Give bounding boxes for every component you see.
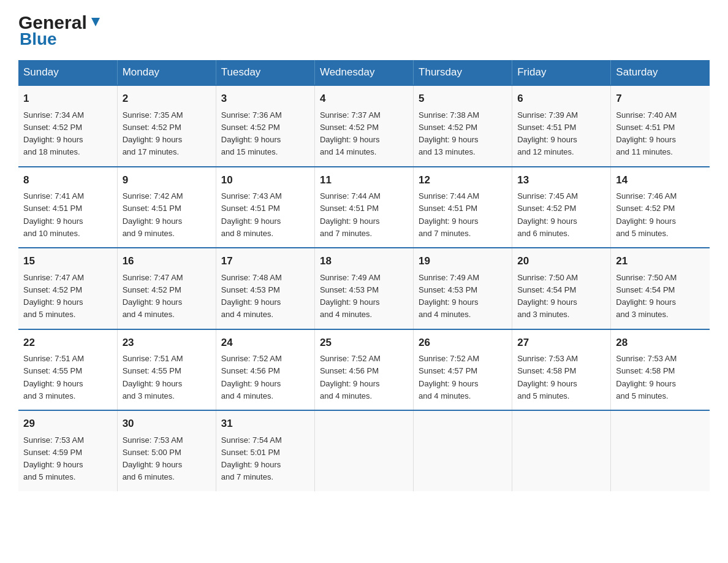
day-number: 1 xyxy=(23,91,112,107)
calendar-header: SundayMondayTuesdayWednesdayThursdayFrid… xyxy=(18,60,710,85)
week-row-3: 15 Sunrise: 7:47 AM Sunset: 4:52 PM Dayl… xyxy=(18,248,710,329)
day-number: 21 xyxy=(616,253,705,269)
day-number: 18 xyxy=(320,253,408,269)
day-info: Sunrise: 7:45 AM Sunset: 4:52 PM Dayligh… xyxy=(517,191,578,238)
day-number: 25 xyxy=(320,335,408,351)
day-number: 10 xyxy=(221,172,309,188)
day-number: 6 xyxy=(517,91,605,107)
day-number: 20 xyxy=(517,253,605,269)
calendar-cell: 18 Sunrise: 7:49 AM Sunset: 4:53 PM Dayl… xyxy=(314,248,413,329)
day-number: 31 xyxy=(221,416,309,432)
day-info: Sunrise: 7:53 AM Sunset: 4:59 PM Dayligh… xyxy=(23,435,84,482)
calendar-cell xyxy=(314,410,413,491)
day-number: 12 xyxy=(419,172,507,188)
day-info: Sunrise: 7:53 AM Sunset: 4:58 PM Dayligh… xyxy=(517,354,578,400)
calendar-cell xyxy=(512,410,611,491)
day-info: Sunrise: 7:38 AM Sunset: 4:52 PM Dayligh… xyxy=(419,110,479,157)
calendar-cell: 13 Sunrise: 7:45 AM Sunset: 4:52 PM Dayl… xyxy=(512,167,611,248)
day-info: Sunrise: 7:53 AM Sunset: 4:58 PM Dayligh… xyxy=(616,354,677,400)
calendar-cell: 26 Sunrise: 7:52 AM Sunset: 4:57 PM Dayl… xyxy=(414,329,512,411)
day-info: Sunrise: 7:36 AM Sunset: 4:52 PM Dayligh… xyxy=(221,110,282,157)
day-number: 23 xyxy=(123,335,211,351)
calendar-cell: 11 Sunrise: 7:44 AM Sunset: 4:51 PM Dayl… xyxy=(314,167,413,248)
day-number: 13 xyxy=(517,172,605,188)
day-info: Sunrise: 7:44 AM Sunset: 4:51 PM Dayligh… xyxy=(320,191,381,238)
header-thursday: Thursday xyxy=(414,60,512,85)
week-row-1: 1 Sunrise: 7:34 AM Sunset: 4:52 PM Dayli… xyxy=(18,85,710,167)
day-info: Sunrise: 7:51 AM Sunset: 4:55 PM Dayligh… xyxy=(23,354,84,400)
logo: General Blue xyxy=(18,12,104,49)
calendar-cell: 2 Sunrise: 7:35 AM Sunset: 4:52 PM Dayli… xyxy=(117,85,216,167)
calendar-body: 1 Sunrise: 7:34 AM Sunset: 4:52 PM Dayli… xyxy=(18,85,710,491)
day-info: Sunrise: 7:40 AM Sunset: 4:51 PM Dayligh… xyxy=(616,110,677,157)
day-number: 30 xyxy=(123,416,211,432)
day-info: Sunrise: 7:51 AM Sunset: 4:55 PM Dayligh… xyxy=(123,354,183,400)
calendar-cell: 23 Sunrise: 7:51 AM Sunset: 4:55 PM Dayl… xyxy=(117,329,216,411)
day-info: Sunrise: 7:42 AM Sunset: 4:51 PM Dayligh… xyxy=(123,191,183,238)
week-row-4: 22 Sunrise: 7:51 AM Sunset: 4:55 PM Dayl… xyxy=(18,329,710,411)
calendar-cell: 30 Sunrise: 7:53 AM Sunset: 5:00 PM Dayl… xyxy=(117,410,216,491)
calendar-cell: 31 Sunrise: 7:54 AM Sunset: 5:01 PM Dayl… xyxy=(216,410,314,491)
calendar-cell: 8 Sunrise: 7:41 AM Sunset: 4:51 PM Dayli… xyxy=(18,167,117,248)
day-info: Sunrise: 7:50 AM Sunset: 4:54 PM Dayligh… xyxy=(517,273,578,320)
day-info: Sunrise: 7:37 AM Sunset: 4:52 PM Dayligh… xyxy=(320,110,381,157)
day-info: Sunrise: 7:35 AM Sunset: 4:52 PM Dayligh… xyxy=(123,110,183,157)
day-info: Sunrise: 7:48 AM Sunset: 4:53 PM Dayligh… xyxy=(221,273,282,320)
header-friday: Friday xyxy=(512,60,611,85)
day-number: 22 xyxy=(23,335,112,351)
calendar-cell: 7 Sunrise: 7:40 AM Sunset: 4:51 PM Dayli… xyxy=(611,85,710,167)
calendar-cell xyxy=(414,410,512,491)
day-number: 17 xyxy=(221,253,309,269)
day-info: Sunrise: 7:34 AM Sunset: 4:52 PM Dayligh… xyxy=(23,110,84,157)
calendar-cell: 14 Sunrise: 7:46 AM Sunset: 4:52 PM Dayl… xyxy=(611,167,710,248)
day-info: Sunrise: 7:49 AM Sunset: 4:53 PM Dayligh… xyxy=(419,273,479,320)
header-tuesday: Tuesday xyxy=(216,60,314,85)
calendar-cell: 5 Sunrise: 7:38 AM Sunset: 4:52 PM Dayli… xyxy=(414,85,512,167)
calendar-cell: 1 Sunrise: 7:34 AM Sunset: 4:52 PM Dayli… xyxy=(18,85,117,167)
day-number: 26 xyxy=(419,335,507,351)
calendar-cell: 28 Sunrise: 7:53 AM Sunset: 4:58 PM Dayl… xyxy=(611,329,710,411)
day-number: 7 xyxy=(616,91,705,107)
header-sunday: Sunday xyxy=(18,60,117,85)
day-info: Sunrise: 7:47 AM Sunset: 4:52 PM Dayligh… xyxy=(123,273,183,320)
calendar-cell: 21 Sunrise: 7:50 AM Sunset: 4:54 PM Dayl… xyxy=(611,248,710,329)
calendar-cell: 22 Sunrise: 7:51 AM Sunset: 4:55 PM Dayl… xyxy=(18,329,117,411)
day-number: 29 xyxy=(23,416,112,432)
day-number: 5 xyxy=(419,91,507,107)
calendar-cell: 24 Sunrise: 7:52 AM Sunset: 4:56 PM Dayl… xyxy=(216,329,314,411)
day-number: 28 xyxy=(616,335,705,351)
calendar-table: SundayMondayTuesdayWednesdayThursdayFrid… xyxy=(18,60,710,491)
header-wednesday: Wednesday xyxy=(314,60,413,85)
calendar-cell xyxy=(611,410,710,491)
calendar-cell: 3 Sunrise: 7:36 AM Sunset: 4:52 PM Dayli… xyxy=(216,85,314,167)
calendar-cell: 17 Sunrise: 7:48 AM Sunset: 4:53 PM Dayl… xyxy=(216,248,314,329)
header-row: SundayMondayTuesdayWednesdayThursdayFrid… xyxy=(18,60,710,85)
calendar-cell: 29 Sunrise: 7:53 AM Sunset: 4:59 PM Dayl… xyxy=(18,410,117,491)
day-number: 3 xyxy=(221,91,309,107)
day-info: Sunrise: 7:50 AM Sunset: 4:54 PM Dayligh… xyxy=(616,273,677,320)
day-number: 8 xyxy=(23,172,112,188)
day-number: 24 xyxy=(221,335,309,351)
day-number: 11 xyxy=(320,172,408,188)
calendar-cell: 25 Sunrise: 7:52 AM Sunset: 4:56 PM Dayl… xyxy=(314,329,413,411)
day-info: Sunrise: 7:46 AM Sunset: 4:52 PM Dayligh… xyxy=(616,191,677,238)
day-info: Sunrise: 7:53 AM Sunset: 5:00 PM Dayligh… xyxy=(123,435,183,482)
logo-triangle-icon xyxy=(89,12,102,33)
day-info: Sunrise: 7:52 AM Sunset: 4:56 PM Dayligh… xyxy=(221,354,282,400)
day-number: 15 xyxy=(23,253,112,269)
calendar-cell: 20 Sunrise: 7:50 AM Sunset: 4:54 PM Dayl… xyxy=(512,248,611,329)
day-info: Sunrise: 7:41 AM Sunset: 4:51 PM Dayligh… xyxy=(23,191,84,238)
calendar-cell: 6 Sunrise: 7:39 AM Sunset: 4:51 PM Dayli… xyxy=(512,85,611,167)
day-number: 14 xyxy=(616,172,705,188)
day-number: 9 xyxy=(123,172,211,188)
day-number: 19 xyxy=(419,253,507,269)
calendar-cell: 12 Sunrise: 7:44 AM Sunset: 4:51 PM Dayl… xyxy=(414,167,512,248)
calendar-cell: 4 Sunrise: 7:37 AM Sunset: 4:52 PM Dayli… xyxy=(314,85,413,167)
week-row-5: 29 Sunrise: 7:53 AM Sunset: 4:59 PM Dayl… xyxy=(18,410,710,491)
day-info: Sunrise: 7:39 AM Sunset: 4:51 PM Dayligh… xyxy=(517,110,578,157)
day-info: Sunrise: 7:43 AM Sunset: 4:51 PM Dayligh… xyxy=(221,191,282,238)
day-info: Sunrise: 7:54 AM Sunset: 5:01 PM Dayligh… xyxy=(221,435,282,482)
day-number: 4 xyxy=(320,91,408,107)
day-info: Sunrise: 7:49 AM Sunset: 4:53 PM Dayligh… xyxy=(320,273,381,320)
calendar-cell: 19 Sunrise: 7:49 AM Sunset: 4:53 PM Dayl… xyxy=(414,248,512,329)
